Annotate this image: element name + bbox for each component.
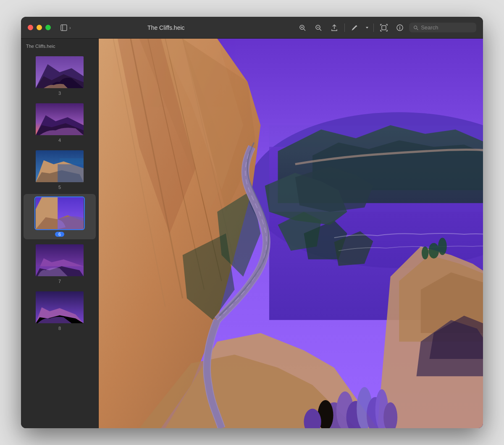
zoom-in-icon bbox=[299, 24, 306, 31]
svg-point-12 bbox=[414, 26, 417, 29]
svg-rect-10 bbox=[382, 26, 386, 30]
titlebar: › The Cliffs.heic bbox=[21, 17, 483, 39]
info-button[interactable] bbox=[393, 22, 407, 34]
thumbnail-number-3: 3 bbox=[58, 91, 61, 96]
thumbnail-item-5[interactable]: 5 bbox=[24, 147, 96, 192]
svg-line-3 bbox=[304, 29, 305, 31]
svg-point-73 bbox=[422, 246, 428, 259]
zoom-in-button[interactable] bbox=[296, 22, 309, 34]
thumbnail-item-7[interactable]: 7 bbox=[24, 241, 96, 286]
toolbar-separator-2 bbox=[373, 24, 374, 32]
search-box[interactable] bbox=[409, 23, 476, 32]
svg-line-7 bbox=[320, 29, 321, 31]
thumbnail-image-4 bbox=[34, 102, 85, 136]
thumbnail-number-7: 7 bbox=[58, 279, 61, 284]
toolbar-separator bbox=[344, 24, 345, 32]
app-body: The Cliffs.heic bbox=[21, 39, 483, 428]
close-button[interactable] bbox=[28, 25, 33, 30]
toolbar-right bbox=[296, 22, 476, 34]
thumbnail-number-4: 4 bbox=[58, 138, 61, 143]
sidebar: The Cliffs.heic bbox=[21, 39, 99, 428]
zoom-out-button[interactable] bbox=[312, 22, 325, 34]
share-button[interactable] bbox=[328, 22, 341, 34]
main-image-area bbox=[99, 39, 483, 428]
search-input[interactable] bbox=[421, 24, 472, 31]
thumbnail-image-6 bbox=[34, 196, 85, 230]
app-window: › The Cliffs.heic bbox=[21, 17, 483, 428]
thumbnail-image-8 bbox=[34, 291, 85, 324]
fit-window-button[interactable] bbox=[377, 22, 391, 34]
markup-button[interactable] bbox=[348, 22, 362, 34]
share-icon bbox=[331, 24, 338, 31]
zoom-out-icon bbox=[315, 24, 322, 31]
sidebar-filename: The Cliffs.heic bbox=[21, 42, 98, 52]
chevron-down-icon bbox=[365, 26, 369, 30]
thumbnail-number-8: 8 bbox=[58, 326, 61, 331]
thumbnail-item-8[interactable]: 8 bbox=[24, 288, 96, 333]
svg-point-71 bbox=[428, 243, 439, 259]
svg-point-72 bbox=[438, 238, 447, 255]
svg-line-13 bbox=[417, 29, 418, 30]
fit-window-icon bbox=[380, 24, 388, 31]
main-image bbox=[99, 39, 483, 428]
markup-icon bbox=[351, 24, 359, 31]
thumbnail-item-4[interactable]: 4 bbox=[24, 100, 96, 145]
thumbnail-item-3[interactable]: 3 bbox=[24, 53, 96, 98]
window-title: The Cliffs.heic bbox=[37, 24, 296, 31]
thumbnail-image-3 bbox=[34, 55, 85, 89]
svg-rect-76 bbox=[269, 125, 483, 212]
thumbnail-number-5: 5 bbox=[58, 185, 61, 190]
info-icon bbox=[396, 24, 404, 31]
thumbnail-image-5 bbox=[34, 149, 85, 183]
svg-rect-24 bbox=[58, 164, 84, 182]
thumbnail-image-7 bbox=[34, 243, 85, 277]
markup-dropdown-button[interactable] bbox=[364, 24, 370, 32]
thumbnail-number-6: 6 bbox=[55, 232, 64, 237]
search-icon bbox=[413, 25, 418, 31]
thumbnail-item-6[interactable]: 6 bbox=[24, 194, 96, 239]
